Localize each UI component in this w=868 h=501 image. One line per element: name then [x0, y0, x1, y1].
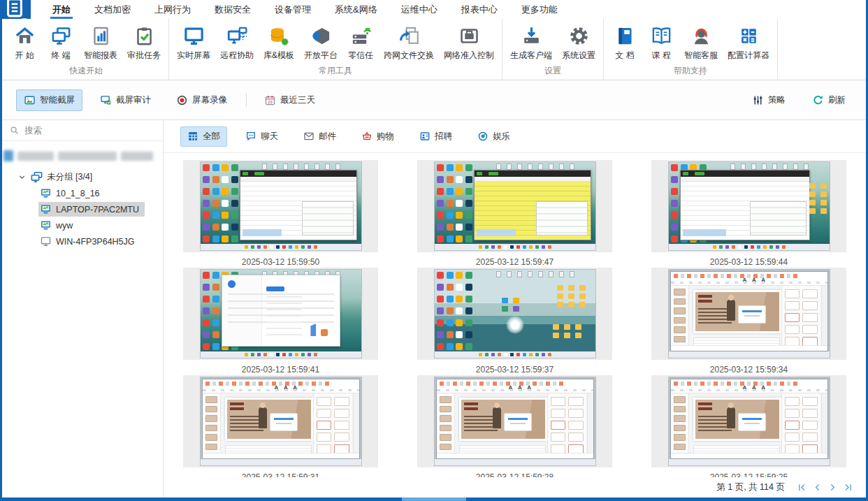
ribbon-button[interactable]: 文 档: [607, 24, 643, 63]
ribbon-button-label: 文 档: [615, 50, 634, 61]
date-range-label: 最近三天: [280, 94, 315, 106]
screenshot-thumbnail[interactable]: A A A: [434, 377, 596, 466]
toolbar-button-label: 截屏审计: [116, 94, 151, 106]
terminal-name: wyw: [56, 221, 73, 231]
ribbon-button-label: 智能客服: [684, 50, 718, 61]
ribbon-button-label: 配置计算器: [728, 50, 769, 61]
app-menu-button[interactable]: [2, 0, 31, 19]
menu-tabs: 开始文档加密上网行为数据安全设备管理系统&网络运维中心报表中心更多功能: [41, 0, 570, 19]
tree-item-terminal[interactable]: 10_1_8_16: [2, 185, 163, 201]
toolbar-right: 策略刷新: [733, 89, 853, 111]
screenshot-thumbnail[interactable]: [434, 269, 596, 358]
ribbon-button[interactable]: 智能报表: [79, 24, 122, 63]
ribbon-button[interactable]: 实时屏幕: [172, 24, 215, 63]
terminal-name: WIN-4FP3P64H5JG: [56, 237, 135, 247]
menu-tab[interactable]: 上网行为: [143, 0, 203, 19]
screenshot-thumbnail[interactable]: [434, 161, 596, 251]
sub-toolbar: 智能截屏截屏审计屏幕录像 23最近三天 策略刷新: [2, 80, 866, 120]
pcOff-icon: [40, 235, 52, 247]
menu-tab[interactable]: 系统&网络: [323, 0, 389, 19]
ribbon-button[interactable]: 远程协助: [215, 24, 259, 63]
screenshot-thumbnail[interactable]: A A A: [668, 269, 830, 358]
filter-tab[interactable]: 购物: [354, 126, 401, 147]
filter-tab[interactable]: 邮件: [296, 126, 343, 147]
tree-children: 10_1_8_16LAPTOP-7PAC2MTUwywWIN-4FP3P64H5…: [2, 185, 163, 249]
pager-last-button[interactable]: [841, 481, 855, 495]
ribbon-button-label: 终 端: [51, 50, 70, 61]
ribbon-button-label: 跨网文件交换: [384, 50, 434, 61]
ribbon-group: 开 始终 端智能报表审批任务快速开始: [3, 19, 169, 80]
filter-tab-label: 全部: [203, 131, 220, 143]
policy-button[interactable]: 策略: [744, 89, 793, 111]
exchange-icon: [398, 25, 420, 47]
refresh-button[interactable]: 刷新: [804, 89, 853, 111]
tree-item-terminal[interactable]: LAPTOP-7PAC2MTU: [2, 201, 163, 217]
terminal-tree: 未分组 [3/4] 10_1_8_16LAPTOP-7PAC2MTUwywWIN…: [2, 166, 163, 249]
screenshot-cell: 2025-03-12 15:59:37: [398, 268, 632, 375]
ribbon-group-label: 帮助支持: [607, 63, 774, 80]
pager-first-button[interactable]: [795, 481, 809, 495]
filter-tab[interactable]: 聊天: [238, 126, 285, 147]
pager-prev-button[interactable]: [810, 481, 824, 495]
ribbon-button[interactable]: 审批任务: [122, 24, 166, 63]
ribbon-button[interactable]: 智能客服: [679, 24, 723, 63]
tree-group-unassigned[interactable]: 未分组 [3/4]: [2, 169, 163, 185]
ribbon-button[interactable]: 网络准入控制: [439, 24, 499, 63]
menu-tab[interactable]: 设备管理: [263, 0, 323, 19]
ribbon-button[interactable]: 开放平台: [299, 24, 342, 63]
menu-tab[interactable]: 开始: [41, 0, 82, 19]
date-range-button[interactable]: 23最近三天: [256, 89, 323, 111]
screen-icon: [183, 25, 205, 47]
ribbon: 开 始终 端智能报表审批任务快速开始实时屏幕远程协助库&模板开放平台零信任跨网文…: [2, 19, 866, 80]
screenshot-cell: A A A2025-03-12 15:59:31: [164, 375, 398, 477]
docbook-icon: [614, 25, 636, 47]
ribbon-button[interactable]: 开 始: [6, 24, 43, 63]
toolbar-button[interactable]: 智能截屏: [16, 89, 82, 111]
screenshot-thumbnail[interactable]: A A A: [668, 377, 830, 466]
ribbon-button[interactable]: 配置计算器: [723, 24, 774, 63]
filter-tab-label: 聊天: [261, 131, 278, 143]
ribbon-button[interactable]: 生成客户端: [505, 24, 557, 63]
menu-tab[interactable]: 运维中心: [389, 0, 449, 19]
screenshot-thumbnail[interactable]: A A A: [200, 377, 362, 466]
first-icon: [797, 482, 807, 493]
ribbon-button[interactable]: 终 端: [43, 24, 79, 63]
toolbar-left: 智能截屏截屏审计屏幕录像: [16, 89, 245, 111]
ribbon-button[interactable]: 库&模板: [259, 24, 299, 63]
menu-tab[interactable]: 更多功能: [509, 0, 570, 19]
ribbon-button[interactable]: 零信任: [342, 24, 379, 63]
terminal-name: LAPTOP-7PAC2MTU: [56, 205, 139, 215]
toolbar-button[interactable]: 屏幕录像: [168, 89, 235, 111]
ribbon-button-label: 系统设置: [562, 50, 595, 61]
toolbar-button-label: 智能截屏: [40, 94, 75, 106]
ribbon-button[interactable]: 课 程: [643, 24, 679, 63]
menu-tab[interactable]: 报表中心: [449, 0, 509, 19]
tree-item-terminal[interactable]: wyw: [2, 217, 163, 233]
ribbon-button-label: 网络准入控制: [444, 50, 494, 61]
chat-icon: [245, 131, 256, 142]
tree-item-terminal[interactable]: WIN-4FP3P64H5JG: [2, 233, 163, 249]
screenshot-thumbnail[interactable]: [200, 161, 362, 251]
category-filter-bar: 全部聊天邮件购物招聘娱乐: [164, 120, 866, 153]
filter-tab[interactable]: 招聘: [412, 126, 459, 147]
search-input[interactable]: [24, 126, 156, 136]
thumbnail-timestamp: 2025-03-12 15:59:41: [242, 365, 319, 375]
filter-tab[interactable]: 全部: [180, 126, 227, 147]
ribbon-button[interactable]: 跨网文件交换: [379, 24, 439, 63]
screenshot-cell: 2025-03-12 15:59:41: [164, 268, 398, 375]
pager-next-button[interactable]: [825, 481, 839, 495]
screenshot-cell: A A A2025-03-12 15:59:34: [632, 268, 866, 375]
ribbon-button-label: 课 程: [651, 50, 670, 61]
toolbar-button-label: 刷新: [828, 94, 846, 106]
ribbon-button[interactable]: 系统设置: [557, 24, 600, 63]
screenshot-thumbnail[interactable]: [200, 269, 362, 358]
menu-tab[interactable]: 文档加密: [82, 0, 143, 19]
last-icon: [843, 482, 853, 493]
course-icon: [651, 25, 672, 47]
menu-tab[interactable]: 数据安全: [203, 0, 263, 19]
screenshot-thumbnail[interactable]: [668, 161, 830, 251]
filter-tab[interactable]: 娱乐: [470, 126, 517, 147]
calculator-icon: [738, 25, 760, 47]
svg-text:23: 23: [268, 99, 273, 103]
toolbar-button[interactable]: 截屏审计: [92, 89, 159, 111]
